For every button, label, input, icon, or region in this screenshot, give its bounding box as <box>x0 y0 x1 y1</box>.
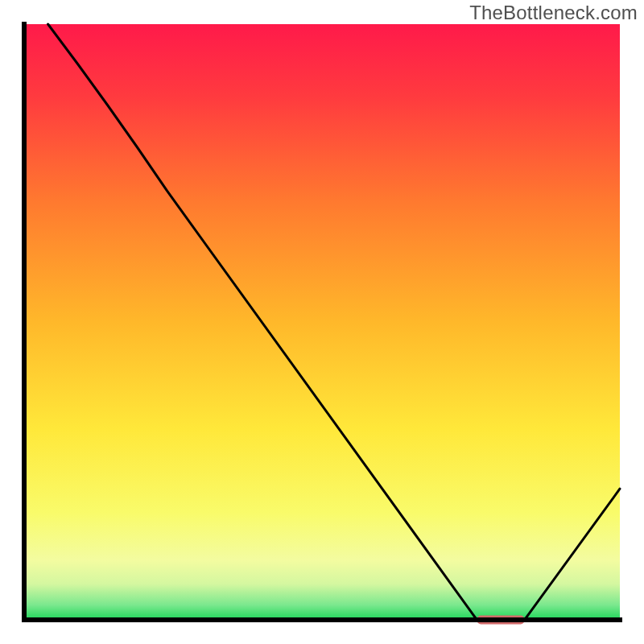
bottleneck-chart <box>0 0 644 644</box>
chart-container: TheBottleneck.com <box>0 0 644 644</box>
watermark-text: TheBottleneck.com <box>469 2 638 24</box>
